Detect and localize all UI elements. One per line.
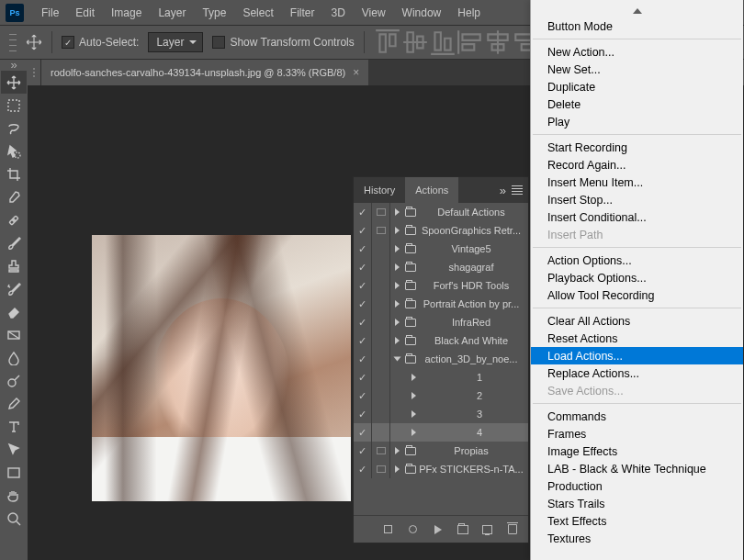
document-tab[interactable]: rodolfo-sanches-carvalho-439134-unsplash… [40,60,368,85]
auto-select-checkbox[interactable]: ✓ [62,36,74,49]
dialog-toggle[interactable] [372,442,390,460]
menu-edit[interactable]: Edit [67,0,103,26]
type-tool[interactable] [1,415,27,438]
dialog-toggle[interactable] [372,405,390,423]
action-row[interactable]: 4 [354,423,528,442]
brush-tool[interactable] [1,231,27,254]
action-row[interactable]: InfraRed [354,313,528,331]
action-row[interactable]: PFx STICKERS-n-TA... [354,460,528,478]
menu-item[interactable]: Action Options... [531,252,743,269]
expand-arrow-icon[interactable] [407,405,420,423]
toggle-checkmark[interactable] [354,386,372,405]
dialog-toggle[interactable] [372,221,390,240]
rectangle-tool[interactable] [1,461,27,484]
toggle-checkmark[interactable] [354,423,372,442]
eraser-tool[interactable] [1,300,27,323]
menu-item[interactable]: LAB - Black & White Technique [531,460,743,477]
toolbox-grip[interactable] [0,60,28,69]
menu-item[interactable]: Playback Options... [531,269,743,286]
menu-item[interactable]: Text Effects [531,512,743,530]
menu-3d[interactable]: 3D [322,0,353,26]
menu-select[interactable]: Select [234,0,281,26]
menu-file[interactable]: File [33,0,67,26]
dialog-toggle[interactable] [372,313,390,331]
blur-tool[interactable] [1,346,27,369]
record-icon[interactable] [406,523,420,536]
eyedropper-tool[interactable] [1,185,27,208]
toggle-checkmark[interactable] [354,295,372,313]
play-icon[interactable] [431,523,445,536]
tab-actions[interactable]: Actions [405,177,458,203]
gradient-tool[interactable] [1,323,27,346]
pen-tool[interactable] [1,392,27,415]
toggle-checkmark[interactable] [354,240,372,258]
toggle-checkmark[interactable] [354,368,372,386]
menu-item[interactable]: Production [531,477,743,495]
menu-item[interactable]: Play [531,113,743,130]
dialog-toggle[interactable] [372,258,390,276]
action-row[interactable]: SpoonGraphics Retr... [354,221,528,240]
action-row[interactable]: action_3D_by_noe... [354,350,528,368]
align-top-icon[interactable] [374,29,401,55]
menu-item[interactable]: Record Again... [531,156,743,174]
dialog-toggle[interactable] [372,423,390,442]
expand-arrow-icon[interactable] [407,423,420,442]
toggle-checkmark[interactable] [354,313,372,331]
expand-arrow-icon[interactable] [390,295,403,313]
move-tool[interactable] [1,71,27,94]
panel-menu-icon[interactable] [512,185,523,195]
action-row[interactable]: 1 [354,368,528,386]
dialog-toggle[interactable] [372,331,390,350]
history-brush-tool[interactable] [1,277,27,300]
expand-arrow-icon[interactable] [407,368,420,386]
toggle-checkmark[interactable] [354,460,372,478]
expand-arrow-icon[interactable] [390,276,403,295]
action-row[interactable]: 2 [354,386,528,405]
menu-item[interactable]: Insert Menu Item... [531,174,743,191]
action-row[interactable]: Default Actions [354,203,528,221]
collapse-panel-icon[interactable] [500,184,506,197]
menu-item[interactable]: Insert Conditional... [531,208,743,226]
menu-item[interactable]: Clear All Actions [531,312,743,330]
menu-item[interactable]: Frames [531,425,743,442]
menu-image[interactable]: Image [103,0,150,26]
menu-item[interactable]: Stars Trails [531,495,743,512]
toggle-checkmark[interactable] [354,442,372,460]
menu-item[interactable]: Allow Tool Recording [531,286,743,304]
expand-arrow-icon[interactable] [390,203,403,221]
document-canvas[interactable] [92,235,351,501]
menu-item[interactable]: Replace Actions... [531,364,743,382]
toggle-checkmark[interactable] [354,258,372,276]
menu-view[interactable]: View [354,0,394,26]
path-select-tool[interactable] [1,438,27,461]
tab-history[interactable]: History [354,177,405,203]
menu-item[interactable]: Textures [531,530,743,547]
layer-dropdown[interactable]: Layer [148,32,203,52]
expand-arrow-icon[interactable] [390,221,403,240]
menu-item[interactable]: Load Actions... [531,347,743,364]
toggle-checkmark[interactable] [354,405,372,423]
dialog-toggle[interactable] [372,203,390,221]
align-vcenter-icon[interactable] [401,29,429,55]
action-row[interactable]: Forf's HDR Tools [354,276,528,295]
expand-arrow-icon[interactable] [390,350,403,368]
menu-item[interactable]: Image Effects [531,442,743,460]
lasso-tool[interactable] [1,117,27,140]
dialog-toggle[interactable] [372,240,390,258]
dialog-toggle[interactable] [372,295,390,313]
menu-item[interactable]: Start Recording [531,139,743,156]
toggle-checkmark[interactable] [354,276,372,295]
expand-arrow-icon[interactable] [390,460,403,478]
options-grip[interactable] [9,31,17,53]
healing-tool[interactable] [1,208,27,231]
action-row[interactable]: 3 [354,405,528,423]
action-row[interactable]: Vintage5 [354,240,528,258]
dodge-tool[interactable] [1,369,27,392]
hand-tool[interactable] [1,484,27,507]
zoom-tool[interactable] [1,507,27,530]
dialog-toggle[interactable] [372,276,390,295]
action-row[interactable]: Black And White [354,331,528,350]
trash-icon[interactable] [505,523,519,536]
stop-icon[interactable] [381,523,395,536]
new-action-icon[interactable] [480,523,494,536]
